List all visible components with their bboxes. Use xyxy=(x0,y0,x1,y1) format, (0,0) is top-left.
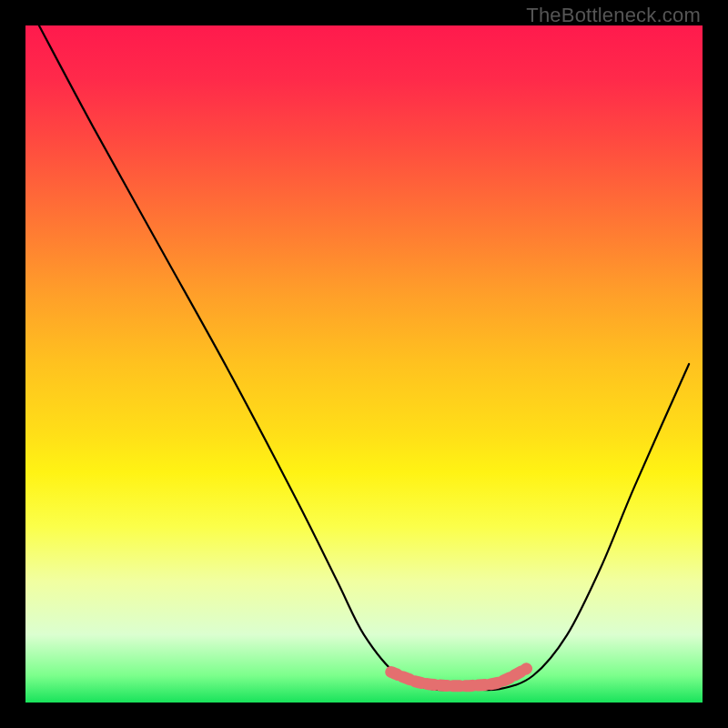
chart-frame: TheBottleneck.com xyxy=(0,0,728,728)
bottleneck-curve xyxy=(39,25,689,690)
plot-area xyxy=(25,25,703,703)
attribution-label: TheBottleneck.com xyxy=(526,4,701,27)
curve-svg xyxy=(25,25,703,703)
highlight-band xyxy=(391,669,527,686)
